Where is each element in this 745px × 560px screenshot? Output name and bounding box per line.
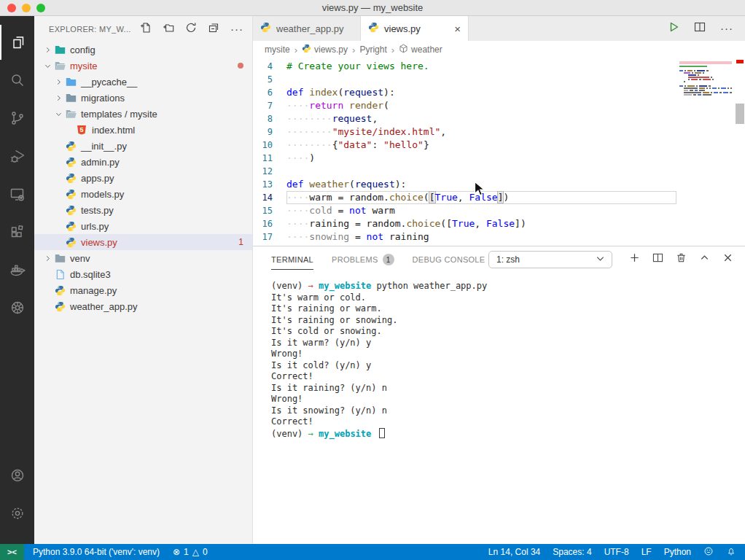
explorer-collapse-all-icon[interactable] bbox=[208, 22, 219, 36]
explorer-new-folder-icon[interactable] bbox=[163, 22, 174, 36]
folder-migrations-icon bbox=[64, 93, 77, 103]
tree-item-models-py[interactable]: models.py bbox=[34, 186, 252, 202]
tree-item--init-py[interactable]: __init__.py bbox=[34, 138, 252, 154]
minimap-line bbox=[679, 79, 733, 80]
code-text: ········{"data": "hello"} bbox=[286, 139, 676, 152]
html-icon: 5 bbox=[75, 125, 88, 135]
status-right: Ln 14, Col 34Spaces: 4UTF-8LFPython bbox=[488, 546, 745, 559]
tree-item-index-html[interactable]: 5index.html bbox=[34, 122, 252, 138]
breadcrumb-item-mysite[interactable]: mysite bbox=[265, 44, 290, 55]
line-number: 4 bbox=[253, 60, 286, 73]
problems-summary[interactable]: ⊗ 1 △ 0 bbox=[173, 547, 208, 557]
panel-tab-problems[interactable]: PROBLEMS1 bbox=[332, 247, 394, 271]
kill-terminal-icon[interactable] bbox=[676, 252, 687, 266]
status-bar: >< Python 3.9.0 64-bit ('venv': venv) ⊗ … bbox=[0, 544, 745, 560]
breadcrumb-item-views-py[interactable]: views.py bbox=[302, 44, 348, 55]
status-language-mode[interactable]: Python bbox=[664, 547, 691, 557]
explorer-refresh-icon[interactable] bbox=[185, 22, 197, 36]
tab-weather-app-py[interactable]: weather_app.py bbox=[253, 16, 361, 41]
code-line: 11····) bbox=[253, 152, 745, 165]
code-editor[interactable]: 4# Create your views here.56def index(re… bbox=[253, 58, 745, 246]
tab-label: views.py bbox=[384, 23, 421, 34]
feedback-icon[interactable] bbox=[703, 546, 714, 559]
tree-item-db-sqlite3[interactable]: db.sqlite3 bbox=[34, 266, 252, 282]
editor-split-editor-icon[interactable] bbox=[694, 21, 706, 36]
breadcrumb-item-pyright[interactable]: Pyright bbox=[359, 44, 386, 55]
python-icon bbox=[53, 285, 66, 296]
terminal-line: It's raining or warm. bbox=[271, 303, 745, 315]
tree-item-migrations[interactable]: migrations bbox=[34, 90, 252, 106]
tree-item-mysite[interactable]: mysite bbox=[34, 58, 252, 74]
activity-docker-icon[interactable] bbox=[0, 252, 34, 287]
explorer-new-file-icon[interactable] bbox=[140, 22, 152, 36]
close-panel-icon[interactable] bbox=[722, 252, 733, 266]
status-eol[interactable]: LF bbox=[641, 547, 652, 557]
tree-item-tests-py[interactable]: tests.py bbox=[34, 202, 252, 218]
tree-item-urls-py[interactable]: urls.py bbox=[34, 218, 252, 234]
code-text: ····warm = random.choice([True, False]) bbox=[286, 191, 676, 204]
maximize-panel-icon[interactable] bbox=[699, 252, 710, 266]
editor-more-icon[interactable]: ··· bbox=[720, 22, 733, 35]
problems-count-badge: 1 bbox=[238, 237, 243, 247]
python-interpreter[interactable]: Python 3.9.0 64-bit ('venv': venv) bbox=[33, 547, 160, 557]
code-text: ········"mysite/index.html", bbox=[286, 125, 676, 139]
activity-run-and-debug-icon[interactable] bbox=[0, 139, 34, 174]
code-line: 8········request, bbox=[253, 112, 745, 125]
remote-indicator[interactable]: >< bbox=[0, 544, 24, 560]
minimap[interactable] bbox=[679, 61, 733, 98]
breadcrumb-item-weather[interactable]: weather bbox=[399, 44, 442, 55]
tree-item-apps-py[interactable]: apps.py bbox=[34, 170, 252, 186]
close-tab-icon[interactable]: × bbox=[454, 23, 461, 35]
activity-remote-explorer-icon[interactable] bbox=[0, 176, 34, 211]
split-terminal-icon[interactable] bbox=[652, 252, 663, 266]
code-line: 9········"mysite/index.html", bbox=[253, 125, 745, 139]
editor-run-icon[interactable] bbox=[668, 21, 679, 36]
tree-item-templates-mysite[interactable]: templates / mysite bbox=[34, 106, 252, 122]
scrollbar-error-mark bbox=[736, 60, 744, 63]
tree-item--pycache-[interactable]: __pycache__ bbox=[34, 74, 252, 90]
editor-scrollbar[interactable] bbox=[735, 58, 745, 246]
tree-item-admin-py[interactable]: admin.py bbox=[34, 154, 252, 170]
line-number: 14 bbox=[253, 191, 286, 204]
tree-item-weather-app-py[interactable]: weather_app.py bbox=[34, 298, 252, 314]
notifications-bell-icon[interactable] bbox=[726, 546, 736, 559]
scrollbar-thumb[interactable] bbox=[736, 104, 744, 124]
status-cursor-position[interactable]: Ln 14, Col 34 bbox=[488, 547, 540, 557]
tree-item-manage-py[interactable]: manage.py bbox=[34, 282, 252, 298]
file-icon bbox=[53, 269, 66, 280]
terminal-select[interactable]: 1: zsh bbox=[488, 251, 612, 268]
panel-tab-terminal[interactable]: TERMINAL bbox=[271, 249, 313, 270]
status-encoding[interactable]: UTF-8 bbox=[604, 547, 629, 557]
activity-extensions-icon[interactable] bbox=[0, 214, 34, 249]
minimize-window-button[interactable] bbox=[22, 4, 31, 12]
activity-accounts-icon[interactable] bbox=[0, 458, 34, 493]
terminal-output[interactable]: (venv) → my_website python weather_app.p… bbox=[253, 272, 745, 544]
minimap-line bbox=[679, 88, 733, 89]
code-line: 7····return render( bbox=[253, 99, 745, 112]
chevron-spacer bbox=[52, 188, 64, 200]
tab-views-py[interactable]: views.py× bbox=[361, 16, 469, 41]
status-indentation[interactable]: Spaces: 4 bbox=[553, 547, 591, 557]
minimap-line bbox=[679, 70, 733, 71]
line-number: 17 bbox=[253, 230, 286, 244]
tree-item-venv[interactable]: venv bbox=[34, 250, 252, 266]
activity-circular-extension-icon[interactable] bbox=[0, 290, 34, 325]
new-terminal-icon[interactable] bbox=[629, 252, 640, 266]
terminal-line: (venv) → my_website python weather_app.p… bbox=[271, 281, 745, 292]
minimap-line bbox=[679, 92, 733, 93]
activity-search-icon[interactable] bbox=[0, 63, 34, 98]
panel-tab-debug-console[interactable]: DEBUG CONSOLE bbox=[413, 249, 485, 270]
panel-header: TERMINALPROBLEMS1DEBUG CONSOLE 1: zsh bbox=[253, 246, 745, 272]
activity-explorer-icon[interactable] bbox=[0, 25, 34, 60]
tree-item-config[interactable]: config bbox=[34, 42, 252, 58]
tree-item-views-py[interactable]: views.py1 bbox=[34, 234, 252, 250]
close-window-button[interactable] bbox=[7, 4, 16, 12]
explorer-more-icon[interactable]: ··· bbox=[230, 23, 243, 36]
activity-settings-icon[interactable] bbox=[0, 496, 34, 531]
activity-source-control-icon[interactable] bbox=[0, 101, 34, 136]
terminal-line: It's cold or snowing. bbox=[271, 326, 745, 338]
zoom-window-button[interactable] bbox=[36, 4, 45, 12]
tree-item-label: views.py bbox=[81, 237, 117, 248]
code-line: 12 bbox=[253, 165, 745, 178]
vscode-window: { "titlebar": { "title": "views.py — my_… bbox=[0, 0, 745, 560]
